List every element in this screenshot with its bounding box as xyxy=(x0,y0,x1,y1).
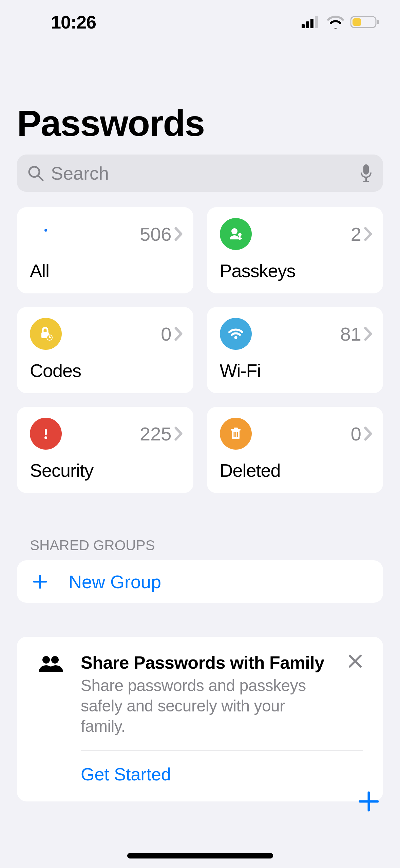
home-indicator[interactable] xyxy=(127,853,273,858)
card-count: 225 xyxy=(140,423,171,445)
wifi-icon xyxy=(327,16,344,29)
close-button[interactable] xyxy=(348,652,363,737)
svg-rect-1 xyxy=(306,21,309,28)
family-sharing-promo: Share Passwords with Family Share passwo… xyxy=(17,637,383,801)
card-deleted[interactable]: 0 Deleted xyxy=(207,407,383,493)
svg-rect-6 xyxy=(377,20,379,24)
card-passkeys[interactable]: 2 Passkeys xyxy=(207,207,383,293)
svg-rect-3 xyxy=(315,16,318,28)
svg-point-35 xyxy=(51,656,59,664)
svg-point-23 xyxy=(234,336,237,339)
people-icon xyxy=(37,652,64,737)
svg-rect-14 xyxy=(44,234,47,241)
status-time: 10:26 xyxy=(51,12,96,33)
svg-point-34 xyxy=(42,656,50,664)
close-icon xyxy=(348,654,363,669)
search-icon xyxy=(27,165,44,182)
trash-icon xyxy=(220,418,252,450)
svg-rect-28 xyxy=(234,428,238,429)
svg-rect-19 xyxy=(239,238,242,239)
card-codes[interactable]: 0 Codes xyxy=(17,307,193,393)
svg-point-16 xyxy=(231,228,237,234)
svg-point-13 xyxy=(44,229,47,232)
card-count: 81 xyxy=(340,323,361,345)
search-placeholder: Search xyxy=(51,163,353,184)
card-label: Passkeys xyxy=(220,260,373,281)
card-security[interactable]: 225 Security xyxy=(17,407,193,493)
status-bar: 10:26 xyxy=(0,0,400,44)
card-all[interactable]: 506 All xyxy=(17,207,193,293)
exclamation-icon xyxy=(30,418,62,450)
chevron-right-icon xyxy=(174,427,183,441)
card-count: 0 xyxy=(161,323,171,345)
svg-line-8 xyxy=(38,176,43,180)
microphone-icon[interactable] xyxy=(359,164,373,183)
svg-rect-24 xyxy=(45,429,47,435)
get-started-button[interactable]: Get Started xyxy=(81,764,363,784)
search-input[interactable]: Search xyxy=(17,155,383,192)
add-button[interactable] xyxy=(358,791,380,814)
svg-point-25 xyxy=(44,436,47,439)
svg-rect-9 xyxy=(363,164,369,175)
svg-rect-15 xyxy=(44,238,49,240)
card-label: Wi-Fi xyxy=(220,360,373,381)
svg-point-17 xyxy=(238,233,242,236)
wifi-icon xyxy=(220,318,252,350)
plus-icon xyxy=(32,574,48,590)
page-title: Passwords xyxy=(17,102,383,144)
new-group-button[interactable]: New Group xyxy=(17,560,383,603)
chevron-right-icon xyxy=(364,227,373,241)
svg-rect-5 xyxy=(353,18,361,26)
card-label: Codes xyxy=(30,360,183,381)
chevron-right-icon xyxy=(364,427,373,441)
card-label: Deleted xyxy=(220,460,373,481)
divider xyxy=(81,750,363,751)
card-count: 2 xyxy=(351,223,361,245)
person-key-icon xyxy=(220,218,252,250)
card-label: All xyxy=(30,260,183,281)
cellular-icon xyxy=(302,16,321,28)
chevron-right-icon xyxy=(174,227,183,241)
new-group-label: New Group xyxy=(69,571,161,592)
status-indicators xyxy=(302,16,380,29)
chevron-right-icon xyxy=(174,327,183,341)
card-count: 0 xyxy=(351,423,361,445)
card-wifi[interactable]: 81 Wi-Fi xyxy=(207,307,383,393)
key-icon xyxy=(30,218,62,250)
lock-clock-icon xyxy=(30,318,62,350)
card-label: Security xyxy=(30,460,183,481)
chevron-right-icon xyxy=(364,327,373,341)
promo-title: Share Passwords with Family xyxy=(81,652,331,673)
promo-subtitle: Share passwords and passkeys safely and … xyxy=(81,675,331,737)
svg-rect-0 xyxy=(302,24,305,28)
card-count: 506 xyxy=(140,223,171,245)
section-header-shared-groups: SHARED GROUPS xyxy=(17,537,383,560)
plus-icon xyxy=(358,791,380,812)
svg-rect-2 xyxy=(310,19,313,28)
battery-icon xyxy=(350,16,380,29)
